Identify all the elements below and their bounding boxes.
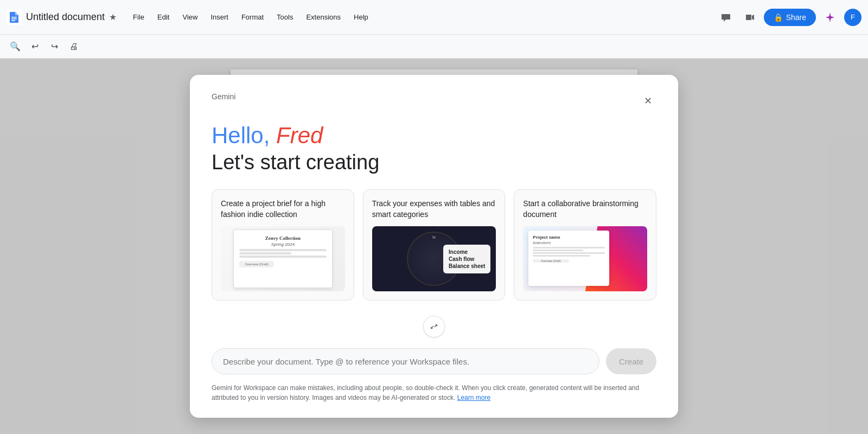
menu-insert[interactable]: Insert xyxy=(205,11,234,23)
share-button[interactable]: 🔒 Share xyxy=(764,9,816,26)
doc-title[interactable]: Untitled document xyxy=(26,11,105,23)
fashion-doc-subtitle: Spring 2024 xyxy=(239,242,327,247)
undo-btn[interactable]: ↩ xyxy=(26,38,43,55)
shuffle-container xyxy=(212,316,656,337)
card-preview-fashion: Zenvy Collection Spring 2024 Overview (D… xyxy=(221,226,345,291)
menu-file[interactable]: File xyxy=(127,11,150,23)
menu-view[interactable]: View xyxy=(177,11,203,23)
search-toolbar-btn[interactable]: 🔍 xyxy=(7,38,24,55)
fred-name: Fred xyxy=(276,123,323,148)
menu-help[interactable]: Help xyxy=(348,11,374,23)
menu-edit[interactable]: Edit xyxy=(152,11,175,23)
fashion-doc: Zenvy Collection Spring 2024 Overview (D… xyxy=(233,229,333,288)
fashion-doc-title: Zenvy Collection xyxy=(239,235,327,242)
card-text-fashion: Create a project brief for a high fashio… xyxy=(221,199,345,220)
fashion-draft-label: Overview (Draft) xyxy=(245,263,269,266)
redo-btn[interactable]: ↪ xyxy=(46,38,63,55)
gemini-label: Gemini xyxy=(212,92,235,101)
shuffle-button[interactable] xyxy=(423,316,445,337)
create-button[interactable]: Create xyxy=(606,348,656,374)
greeting-sub: Let's start creating xyxy=(212,151,656,174)
brainstorm-line-3 xyxy=(533,252,605,254)
menu-extensions[interactable]: Extensions xyxy=(301,11,346,23)
suggestion-card-expenses[interactable]: Track your expenses with tables and smar… xyxy=(363,189,506,301)
gemini-star-btn[interactable] xyxy=(820,8,840,27)
menu-format[interactable]: Format xyxy=(236,11,269,23)
brainstorm-line-1 xyxy=(533,247,605,248)
docs-icon xyxy=(7,10,22,25)
fashion-line-3 xyxy=(239,256,327,258)
overlay-backdrop: Gemini ✕ Hello, Fred Let's start creatin… xyxy=(0,59,868,434)
menu-tools[interactable]: Tools xyxy=(271,11,298,23)
brainstorm-lines xyxy=(533,247,605,257)
menu-bar: File Edit View Insert Format Tools Exten… xyxy=(127,11,374,23)
brainstorm-doc-title: Project name xyxy=(533,235,605,240)
brainstorm-draft-tag: Overview (Draft) xyxy=(541,259,560,263)
suggestion-card-brainstorm[interactable]: Start a collaborative brainstorming docu… xyxy=(514,189,656,301)
compass-bg: N Income Cash flow Balance sheet xyxy=(372,226,496,291)
gemini-dialog: Gemini ✕ Hello, Fred Let's start creatin… xyxy=(190,75,678,418)
expense-income: Income xyxy=(449,249,485,255)
card-preview-brainstorm: Project name brainstorm Overview (Draft xyxy=(523,226,647,291)
svg-rect-3 xyxy=(11,20,15,21)
expense-cashflow: Cash flow xyxy=(449,256,485,262)
learn-more-link[interactable]: Learn more xyxy=(457,394,490,401)
cards-row: Create a project brief for a high fashio… xyxy=(212,189,656,301)
brainstorm-line-2 xyxy=(533,250,583,251)
dialog-header: Gemini ✕ xyxy=(212,92,656,110)
top-bar: Untitled document ★ File Edit View Inser… xyxy=(0,0,868,35)
brainstorm-doc-sub: brainstorm xyxy=(533,241,605,245)
expense-overlay: Income Cash flow Balance sheet xyxy=(443,245,490,273)
fashion-doc-lines: Overview (Draft) xyxy=(239,249,327,267)
greeting-hello: Hello, Fred xyxy=(212,123,656,149)
toolbar: 🔍 ↩ ↪ 🖨 xyxy=(0,35,868,59)
fashion-line-2 xyxy=(239,252,292,254)
top-bar-right: 🔒 Share F xyxy=(716,8,861,27)
disclaimer: Gemini for Workspace can make mistakes, … xyxy=(212,383,656,403)
describe-input[interactable] xyxy=(212,348,599,374)
fashion-line-tag: Overview (Draft) xyxy=(239,261,274,267)
print-btn[interactable]: 🖨 xyxy=(65,38,82,55)
disclaimer-text: Gemini for Workspace can make mistakes, … xyxy=(212,384,639,401)
expense-balance: Balance sheet xyxy=(449,263,485,269)
brainstorm-line-4 xyxy=(533,255,590,257)
suggestion-card-fashion[interactable]: Create a project brief for a high fashio… xyxy=(212,189,354,301)
card-text-brainstorm: Start a collaborative brainstorming docu… xyxy=(523,199,647,220)
user-avatar[interactable]: F xyxy=(844,9,861,26)
input-area: Create xyxy=(212,348,656,374)
comment-icon-btn[interactable] xyxy=(716,8,736,27)
app-window: Untitled document ★ File Edit View Inser… xyxy=(0,0,868,434)
svg-rect-2 xyxy=(11,18,17,20)
star-icon[interactable]: ★ xyxy=(109,12,117,22)
video-icon-btn[interactable] xyxy=(740,8,760,27)
share-label: Share xyxy=(786,13,806,22)
content-area: Gemini ✕ Hello, Fred Let's start creatin… xyxy=(0,59,868,434)
fashion-line-1 xyxy=(239,249,327,251)
compass-n-label: N xyxy=(432,235,436,240)
share-lock-icon: 🔒 xyxy=(774,13,783,22)
card-text-expenses: Track your expenses with tables and smar… xyxy=(372,199,496,220)
hello-text: Hello, xyxy=(212,123,270,148)
close-button[interactable]: ✕ xyxy=(639,92,656,110)
svg-rect-1 xyxy=(11,17,17,18)
brainstorm-doc: Project name brainstorm Overview (Draft xyxy=(528,231,609,286)
card-preview-expenses: N Income Cash flow Balance sheet xyxy=(372,226,496,291)
